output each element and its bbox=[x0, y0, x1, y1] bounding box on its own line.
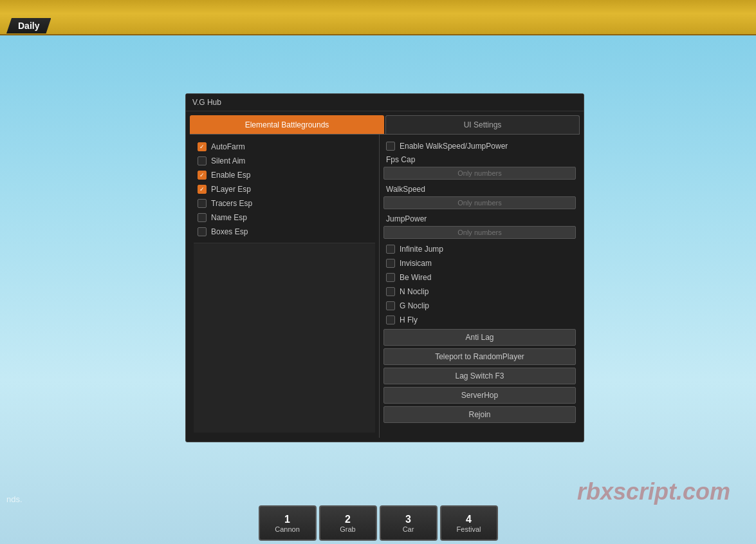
infinite-jump-row[interactable]: Infinite Jump bbox=[383, 243, 576, 256]
jumppower-input[interactable] bbox=[383, 226, 576, 239]
teleport-random-button[interactable]: Teleport to RandomPlayer bbox=[383, 348, 576, 365]
ability-slot-4-num: 4 bbox=[466, 514, 472, 525]
enable-walkspeed-label: Enable WalkSpeed/JumpPower bbox=[400, 142, 508, 151]
checkbox-tracers-esp-box[interactable] bbox=[198, 199, 207, 208]
fps-cap-input[interactable] bbox=[383, 167, 576, 180]
checkbox-player-esp[interactable]: PLayer Esp bbox=[194, 182, 375, 196]
checkbox-enable-esp-label: Enable Esp bbox=[211, 171, 250, 180]
invisicam-row[interactable]: Invisicam bbox=[383, 257, 576, 270]
ability-slot-4[interactable]: 4 Festival bbox=[440, 505, 498, 541]
be-wired-label: Be Wired bbox=[400, 273, 431, 282]
checkbox-name-esp[interactable]: Name Esp bbox=[194, 211, 375, 225]
checkbox-silent-aim-label: Silent Aim bbox=[211, 156, 245, 165]
be-wired-checkbox[interactable] bbox=[386, 273, 395, 282]
enable-walkspeed-checkbox[interactable] bbox=[386, 142, 395, 151]
enable-walkspeed-row[interactable]: Enable WalkSpeed/JumpPower bbox=[383, 140, 576, 153]
n-noclip-label: N Noclip bbox=[400, 287, 429, 296]
checkbox-boxes-esp-label: Boxes Esp bbox=[211, 227, 248, 236]
walkspeed-input[interactable] bbox=[383, 196, 576, 209]
be-wired-row[interactable]: Be Wired bbox=[383, 271, 576, 284]
checkbox-autofarm-label: AutoFarm bbox=[211, 142, 245, 151]
walkspeed-label: WalkSpeed bbox=[383, 183, 576, 195]
ability-bar: 1 Cannon 2 Grab 3 Car 4 Festival bbox=[259, 505, 498, 544]
checkbox-tracers-esp-label: Tracers Esp bbox=[211, 199, 252, 208]
left-bottom-area bbox=[194, 243, 375, 433]
g-noclip-row[interactable]: G Noclip bbox=[383, 299, 576, 312]
invisicam-label: Invisicam bbox=[400, 259, 432, 268]
ability-slot-3[interactable]: 3 Car bbox=[380, 505, 438, 541]
tab-bar: Elemental Battlegrounds UI Settings bbox=[186, 111, 584, 134]
serverhop-button[interactable]: ServerHop bbox=[383, 387, 576, 404]
checkbox-player-esp-label: PLayer Esp bbox=[211, 185, 251, 194]
g-noclip-checkbox[interactable] bbox=[386, 301, 395, 310]
jumppower-label: JumpPower bbox=[383, 213, 576, 225]
n-noclip-checkbox[interactable] bbox=[386, 287, 395, 296]
content-area: AutoFarm Silent Aim Enable Esp PLayer Es… bbox=[190, 134, 580, 438]
checkbox-tracers-esp[interactable]: Tracers Esp bbox=[194, 196, 375, 211]
daily-badge: Daily bbox=[6, 18, 51, 33]
lag-switch-button[interactable]: Lag Switch F3 bbox=[383, 368, 576, 384]
ability-slot-3-label: Car bbox=[403, 525, 414, 533]
modal-window: V.G Hub Elemental Battlegrounds UI Setti… bbox=[185, 93, 584, 442]
h-fly-label: H Fly bbox=[400, 315, 418, 324]
checkbox-silent-aim-box[interactable] bbox=[198, 156, 207, 165]
h-fly-checkbox[interactable] bbox=[386, 315, 395, 324]
fps-cap-label: Fps Cap bbox=[383, 154, 576, 165]
checkbox-enable-esp[interactable]: Enable Esp bbox=[194, 168, 375, 182]
rejoin-button[interactable]: Rejoin bbox=[383, 406, 576, 423]
right-panel: Enable WalkSpeed/JumpPower Fps Cap WalkS… bbox=[380, 135, 580, 438]
ability-slot-3-num: 3 bbox=[405, 514, 411, 525]
infinite-jump-label: Infinite Jump bbox=[400, 245, 443, 254]
ability-slot-1-num: 1 bbox=[284, 514, 290, 525]
infinite-jump-checkbox[interactable] bbox=[386, 245, 395, 254]
ability-slot-1-label: Cannon bbox=[275, 525, 300, 533]
checkbox-autofarm-box[interactable] bbox=[198, 142, 207, 151]
checkbox-player-esp-box[interactable] bbox=[198, 185, 207, 194]
ability-slot-4-label: Festival bbox=[457, 525, 481, 533]
left-panel: AutoFarm Silent Aim Enable Esp PLayer Es… bbox=[190, 135, 380, 438]
checkbox-name-esp-box[interactable] bbox=[198, 213, 207, 222]
modal-title: V.G Hub bbox=[186, 94, 584, 111]
ability-slot-2-label: Grab bbox=[340, 525, 355, 533]
checkbox-name-esp-label: Name Esp bbox=[211, 213, 247, 222]
bottom-text: nds. bbox=[6, 494, 23, 504]
g-noclip-label: G Noclip bbox=[400, 301, 429, 310]
tab-ui-settings[interactable]: UI Settings bbox=[385, 115, 580, 134]
tab-elemental[interactable]: Elemental Battlegrounds bbox=[190, 115, 384, 134]
checkbox-autofarm[interactable]: AutoFarm bbox=[194, 140, 375, 154]
checkbox-enable-esp-box[interactable] bbox=[198, 171, 207, 180]
checkbox-silent-aim[interactable]: Silent Aim bbox=[194, 154, 375, 168]
h-fly-row[interactable]: H Fly bbox=[383, 314, 576, 326]
checkbox-boxes-esp-box[interactable] bbox=[198, 227, 207, 236]
anti-lag-button[interactable]: Anti Lag bbox=[383, 329, 576, 346]
ability-slot-2-num: 2 bbox=[345, 514, 351, 525]
ability-slot-2[interactable]: 2 Grab bbox=[319, 505, 377, 541]
invisicam-checkbox[interactable] bbox=[386, 259, 395, 268]
top-bar: Daily bbox=[0, 0, 756, 35]
ability-slot-1[interactable]: 1 Cannon bbox=[259, 505, 317, 541]
checkbox-boxes-esp[interactable]: Boxes Esp bbox=[194, 225, 375, 239]
n-noclip-row[interactable]: N Noclip bbox=[383, 285, 576, 298]
